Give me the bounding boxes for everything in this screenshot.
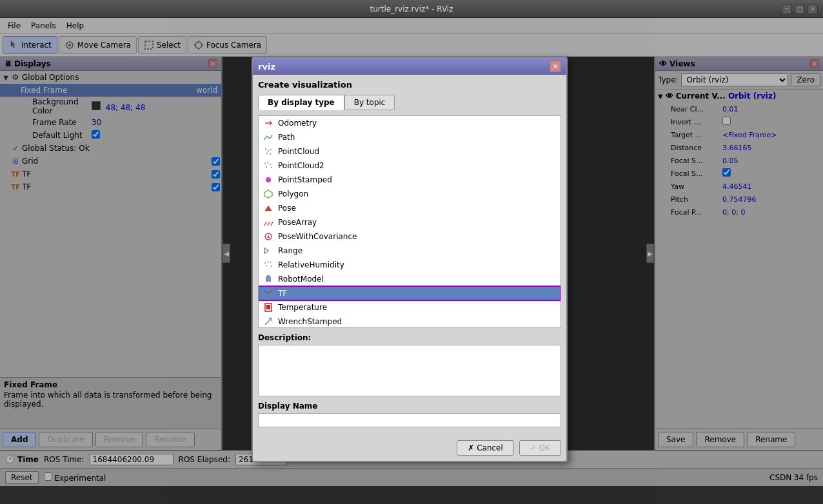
tf-list-icon <box>263 287 274 299</box>
close-btn[interactable]: ✕ <box>808 4 818 14</box>
svg-point-24 <box>267 261 268 262</box>
pointstamped-icon <box>263 174 274 186</box>
svg-point-18 <box>266 166 267 168</box>
viz-item-robotmodel[interactable]: RobotModel <box>259 272 560 286</box>
range-icon <box>263 245 274 257</box>
pointcloud2-icon <box>263 160 274 171</box>
svg-rect-29 <box>267 275 270 276</box>
odometry-icon <box>263 117 274 129</box>
viz-item-pointcloud2[interactable]: PointCloud2 <box>259 159 560 173</box>
svg-point-11 <box>268 150 269 151</box>
viz-item-tf[interactable]: TF <box>259 286 560 300</box>
svg-point-26 <box>266 265 267 266</box>
window-title: turtle_rviz.rviz* - RViz <box>370 5 453 14</box>
svg-line-30 <box>268 291 272 293</box>
title-bar-controls: ─ □ ✕ <box>782 4 818 14</box>
svg-point-14 <box>270 153 271 155</box>
viz-item-pose[interactable]: Pose <box>259 201 560 215</box>
svg-line-31 <box>264 291 268 293</box>
viz-item-relativehumidity[interactable]: RelativeHumidity <box>259 258 560 272</box>
path-icon <box>263 131 274 143</box>
svg-rect-34 <box>266 305 270 309</box>
viz-list[interactable]: Odometry Path PointCloud <box>258 115 561 328</box>
viz-item-polygon[interactable]: Polygon <box>259 187 560 201</box>
maximize-btn[interactable]: □ <box>795 4 805 14</box>
modal-footer: ✗ Cancel ✓ OK <box>253 438 566 461</box>
temperature-icon <box>263 302 274 313</box>
svg-rect-28 <box>266 276 271 282</box>
title-bar: turtle_rviz.rviz* - RViz ─ □ ✕ <box>0 0 823 18</box>
svg-point-17 <box>270 164 271 165</box>
posearray-icon <box>263 217 274 228</box>
svg-point-25 <box>270 262 271 263</box>
viz-item-range[interactable]: Range <box>259 244 560 258</box>
viz-item-pointcloud[interactable]: PointCloud <box>259 144 560 159</box>
svg-marker-21 <box>264 190 272 198</box>
svg-point-10 <box>265 148 266 150</box>
display-name-input[interactable] <box>258 413 561 427</box>
svg-point-23 <box>264 262 266 264</box>
svg-point-15 <box>264 163 266 164</box>
description-label: Description: <box>258 333 561 342</box>
viz-item-path[interactable]: Path <box>259 130 560 144</box>
viz-item-posewithcovariance[interactable]: PoseWithCovariance <box>259 229 560 244</box>
polygon-icon <box>263 188 274 200</box>
svg-point-13 <box>266 153 268 154</box>
cancel-button[interactable]: ✗ Cancel <box>457 440 514 456</box>
modal-subtitle: Create visualization <box>258 80 561 90</box>
description-area <box>258 345 561 396</box>
display-name-section: Display Name <box>258 402 561 427</box>
description-section: Description: <box>258 333 561 396</box>
pointcloud-icon <box>263 146 274 157</box>
viz-item-odometry[interactable]: Odometry <box>259 116 560 130</box>
viz-item-temperature[interactable]: Temperature <box>259 300 560 315</box>
svg-point-19 <box>271 167 272 168</box>
svg-point-16 <box>267 162 268 163</box>
ok-button[interactable]: ✓ OK <box>519 440 561 456</box>
wrenchstamped-icon <box>263 316 274 327</box>
viz-item-posearray[interactable]: PoseArray <box>259 215 560 229</box>
robotmodel-icon <box>263 273 274 285</box>
modal-title-bar: rviz ✕ <box>253 58 566 75</box>
modal-overlay: rviz ✕ Create visualization By display t… <box>0 18 823 504</box>
minimize-btn[interactable]: ─ <box>782 4 792 14</box>
svg-point-12 <box>270 149 272 150</box>
posewithcovariance-icon <box>263 231 274 242</box>
svg-point-27 <box>271 266 272 267</box>
modal-body: Create visualization By display type By … <box>253 75 566 438</box>
pose-icon <box>263 202 274 214</box>
viz-item-wrenchstamped[interactable]: WrenchStamped <box>259 315 560 328</box>
tab-by-topic[interactable]: By topic <box>344 95 395 110</box>
modal-close-btn[interactable]: ✕ <box>550 61 561 72</box>
relativehumidity-icon <box>263 259 274 271</box>
svg-point-20 <box>266 177 271 182</box>
tab-by-display-type[interactable]: By display type <box>258 95 344 110</box>
viz-item-pointstamped[interactable]: PointStamped <box>259 173 560 187</box>
create-visualization-modal: rviz ✕ Create visualization By display t… <box>252 57 568 462</box>
modal-tabs: By display type By topic <box>258 95 561 110</box>
